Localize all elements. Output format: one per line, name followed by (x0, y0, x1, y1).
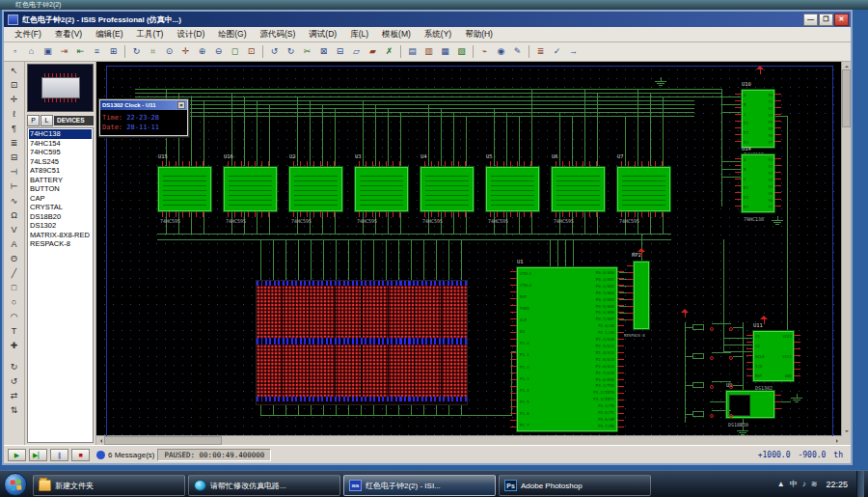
shift-register-U2[interactable]: U274HC595 (288, 166, 343, 212)
2d-circle-icon[interactable]: ○ (7, 295, 22, 310)
rotate-anticlockwise-icon[interactable]: ↺ (7, 374, 22, 389)
zoom-all-icon[interactable]: ◻ (227, 44, 243, 59)
vertical-scrollbar[interactable] (841, 62, 851, 436)
open-design-icon[interactable]: ⌂ (23, 44, 40, 59)
netlist-to-ares-icon[interactable]: → (565, 44, 582, 59)
popup-close-icon[interactable]: × (177, 101, 185, 109)
generator-mode-icon[interactable]: Ω (7, 208, 22, 223)
horizontal-mirror-icon[interactable]: ⇄ (7, 389, 22, 403)
junction-dot-icon[interactable]: ✛ (7, 93, 22, 107)
decoder-U14[interactable]: U14ABCE1E2E3Y0Y1Y2Y3Y4Y5Y6Y774HC138 (741, 153, 775, 213)
wire-autorouter-icon[interactable]: ⌁ (476, 44, 493, 59)
block-delete-icon[interactable]: ✗ (381, 44, 397, 59)
device-item[interactable]: 74LS245 (29, 157, 92, 167)
pick-devices-button[interactable]: P (27, 115, 40, 126)
menu-item-11[interactable]: 帮助(H) (458, 29, 500, 41)
maximize-button[interactable]: ❐ (819, 14, 833, 26)
taskbar-item-1[interactable]: 请帮忙修改仿真电路... (188, 475, 340, 496)
taskbar-item-3[interactable]: PsAdobe Photoshop (499, 475, 651, 496)
center-at-cursor-icon[interactable]: ✛ (177, 44, 194, 59)
cut-icon[interactable]: ✂ (299, 44, 315, 59)
virtual-instruments-icon[interactable]: Θ (7, 252, 22, 266)
push-button[interactable] (710, 409, 733, 419)
shift-register-U16[interactable]: U1674HC595 (223, 166, 278, 212)
shift-register-U15[interactable]: U1574HC595 (157, 166, 212, 212)
menu-item-2[interactable]: 编辑(E) (89, 29, 129, 41)
menu-item-4[interactable]: 设计(D) (170, 29, 211, 41)
titlebar[interactable]: 红色电子钟2(2) - ISIS Professional (仿真中...) —… (4, 12, 851, 27)
device-item[interactable]: RESPACK-8 (29, 239, 92, 249)
resistor[interactable] (692, 353, 704, 359)
device-item[interactable]: CRYSTAL (29, 203, 92, 212)
ime-icon[interactable]: 中 (790, 479, 798, 489)
hidden-icons-arrow[interactable]: ▲ (777, 480, 785, 488)
device-item[interactable]: BUTTON (29, 184, 92, 194)
decoder-U10[interactable]: U10ABCE1E2E3Y0Y1Y2Y3Y4Y5Y6Y774HC138 (741, 89, 775, 149)
print-design-icon[interactable]: ≡ (89, 44, 105, 59)
rotate-clockwise-icon[interactable]: ↻ (7, 360, 22, 374)
zoom-in-icon[interactable]: ⊕ (194, 44, 210, 59)
2d-arc-icon[interactable]: ◠ (7, 310, 22, 324)
device-item[interactable]: DS1302 (29, 221, 92, 231)
resistor[interactable] (692, 324, 704, 330)
property-assignment-icon[interactable]: ✎ (509, 44, 526, 59)
taskbar-clock[interactable]: 22:25 (822, 480, 852, 489)
2d-text-icon[interactable]: T (7, 324, 22, 339)
toggle-grid-icon[interactable]: ⌗ (145, 44, 161, 59)
shift-register-U4[interactable]: U474HC595 (420, 166, 475, 212)
export-section-icon[interactable]: ⇤ (72, 44, 89, 59)
taskbar-item-2[interactable]: ISIS红色电子钟2(2) - ISI... (343, 475, 496, 496)
paste-icon[interactable]: ⊟ (332, 44, 348, 59)
terminals-icon[interactable]: ⊣ (7, 165, 22, 179)
led-dot-matrix[interactable] (256, 280, 468, 405)
push-button[interactable] (710, 351, 733, 361)
menu-item-3[interactable]: 工具(T) (130, 29, 171, 41)
resistor[interactable] (692, 411, 704, 417)
scroll-right-icon[interactable] (836, 439, 840, 443)
search-tag-icon[interactable]: ◉ (493, 44, 509, 59)
voltage-probe-icon[interactable]: V (7, 223, 22, 237)
component-mode-icon[interactable]: ⊡ (7, 78, 22, 93)
taskbar-item-0[interactable]: 新建文件夹 (33, 475, 185, 496)
device-item[interactable]: 74HC138 (29, 129, 92, 139)
menu-item-8[interactable]: 库(L) (343, 29, 375, 41)
push-button[interactable] (710, 380, 733, 390)
decompose-icon[interactable]: ▧ (453, 44, 470, 59)
menu-item-5[interactable]: 绘图(G) (211, 29, 253, 41)
device-item[interactable]: BATTERY (29, 176, 92, 185)
make-device-icon[interactable]: ▥ (420, 44, 437, 59)
wire-label-icon[interactable]: ℓ (7, 107, 22, 122)
device-item[interactable]: 74HC154 (29, 139, 92, 149)
menu-item-9[interactable]: 模板(M) (375, 29, 418, 41)
vertical-scroll-thumb[interactable] (842, 69, 851, 127)
menu-item-7[interactable]: 调试(D) (302, 29, 343, 41)
mcu-U1[interactable]: U1XTAL1XTAL2RSTPSENALEEAP1.0P1.1P1.2P1.3… (516, 266, 618, 432)
redraw-icon[interactable]: ↻ (128, 44, 145, 59)
library-button[interactable]: L (41, 115, 53, 126)
popup-titlebar[interactable]: DS1302 Clock - U11 × (100, 100, 187, 110)
device-item[interactable]: DS18B20 (29, 212, 92, 222)
vertical-mirror-icon[interactable]: ⇅ (7, 403, 22, 418)
save-design-icon[interactable]: ▣ (40, 44, 56, 59)
false-origin-icon[interactable]: ⊙ (161, 44, 177, 59)
pause-button[interactable]: ∥ (50, 449, 68, 461)
shift-register-U3[interactable]: U374HC595 (354, 166, 409, 212)
current-probe-icon[interactable]: A (7, 237, 22, 252)
rtc-U11[interactable]: U11X1X2SCLKI/ORSTVCC2VCC1GNDDS1302 (752, 330, 795, 382)
import-section-icon[interactable]: ⇥ (56, 44, 72, 59)
step-button[interactable]: ▶▏ (29, 449, 47, 461)
redo-icon[interactable]: ↻ (283, 44, 299, 59)
subcircuit-icon[interactable]: ⊟ (7, 151, 22, 165)
copy-icon[interactable]: ⊠ (315, 44, 332, 59)
show-desktop-button[interactable] (856, 471, 864, 497)
menu-item-6[interactable]: 源代码(S) (254, 29, 303, 41)
messages-count[interactable]: 6 Message(s) (108, 451, 154, 459)
device-item[interactable]: AT89C51 (29, 166, 92, 176)
block-copy-icon[interactable]: ▱ (348, 44, 365, 59)
scroll-down-icon[interactable] (845, 430, 849, 434)
resistor[interactable] (692, 382, 704, 388)
scroll-left-icon[interactable] (98, 439, 102, 443)
pick-device-icon[interactable]: ▤ (404, 44, 420, 59)
schematic-canvas[interactable]: DS1302 Clock - U11 × Time: 22-23-28 Date… (96, 62, 842, 436)
markers-icon[interactable]: ✚ (7, 339, 22, 353)
